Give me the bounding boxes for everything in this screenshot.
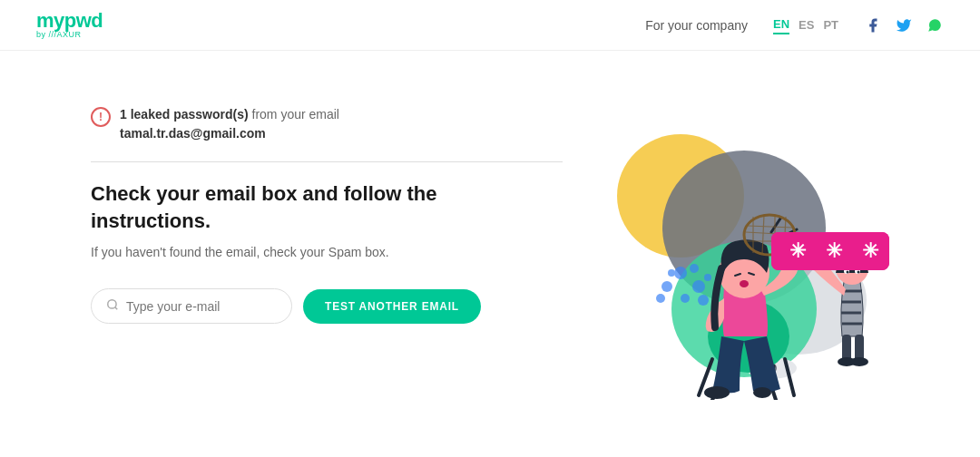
svg-point-40	[858, 271, 860, 274]
logo-main: mypwd	[36, 11, 103, 31]
logo-sub: by ///AXUR	[36, 31, 103, 39]
alert-email: tamal.tr.das@gmail.com	[120, 124, 339, 143]
svg-point-6	[674, 267, 687, 279]
svg-point-0	[108, 300, 116, 308]
header-right: For your company EN ES PT	[645, 15, 944, 34]
svg-point-39	[847, 271, 849, 274]
svg-line-1	[115, 307, 118, 310]
main-subheading: If you haven't found the email, check yo…	[91, 245, 563, 259]
left-panel: ! 1 leaked password(s) from your email t…	[91, 87, 563, 324]
alert-row: ! 1 leaked password(s) from your email t…	[91, 105, 563, 162]
hero-illustration: ✳ ✳ ✳ ✳	[563, 92, 907, 400]
alert-icon: !	[91, 107, 111, 127]
for-company-link[interactable]: For your company	[645, 18, 748, 33]
header: mypwd by ///AXUR For your company EN ES …	[0, 0, 980, 51]
svg-point-56	[850, 357, 868, 366]
svg-text:✳ ✳ ✳ ✳: ✳ ✳ ✳ ✳	[789, 239, 907, 262]
twitter-icon[interactable]	[895, 16, 913, 34]
alert-from: from your email	[249, 107, 339, 122]
social-icons	[864, 16, 944, 34]
test-email-button[interactable]: TEST ANOTHER EMAIL	[303, 289, 481, 324]
main-content: ! 1 leaked password(s) from your email t…	[0, 51, 980, 457]
logo[interactable]: mypwd by ///AXUR	[36, 11, 103, 39]
svg-point-8	[690, 264, 699, 273]
svg-point-11	[668, 269, 675, 277]
email-input[interactable]	[126, 299, 277, 314]
svg-point-23	[704, 386, 730, 399]
svg-point-7	[692, 280, 705, 293]
lang-en-button[interactable]: EN	[773, 15, 789, 34]
svg-point-13	[656, 294, 665, 303]
facebook-icon[interactable]	[864, 16, 882, 34]
svg-point-14	[698, 295, 709, 306]
lang-switcher: EN ES PT	[773, 15, 838, 34]
search-icon	[106, 298, 119, 314]
svg-point-12	[704, 274, 711, 281]
search-row: TEST ANOTHER EMAIL	[91, 288, 481, 324]
svg-point-28	[740, 280, 749, 287]
lang-pt-button[interactable]: PT	[823, 16, 838, 34]
svg-point-9	[662, 281, 672, 292]
svg-point-24	[753, 387, 771, 398]
lang-es-button[interactable]: ES	[799, 16, 814, 34]
alert-icon-symbol: !	[99, 112, 103, 122]
right-panel: ✳ ✳ ✳ ✳	[563, 87, 907, 404]
email-input-container[interactable]	[91, 288, 292, 324]
alert-count: 1 leaked password(s)	[120, 107, 249, 122]
main-heading: Check your email box and follow the inst…	[91, 180, 472, 234]
alert-text: 1 leaked password(s) from your email tam…	[120, 105, 339, 143]
whatsapp-icon[interactable]	[926, 16, 944, 34]
svg-point-10	[681, 294, 690, 303]
